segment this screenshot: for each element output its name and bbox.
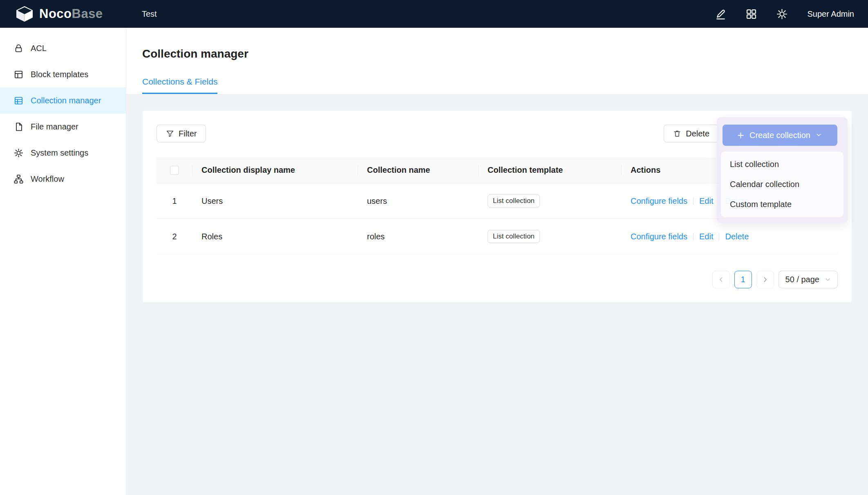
table-row: 2 Roles roles List collection Configure … — [157, 219, 838, 254]
sidebar-item-acl[interactable]: ACL — [0, 35, 126, 61]
sidebar-item-label: File manager — [31, 122, 78, 132]
workflow-icon — [14, 174, 23, 184]
create-collection-button[interactable]: Create collection — [723, 125, 837, 146]
chevron-down-icon — [815, 132, 823, 139]
blocks-grid-icon[interactable] — [746, 9, 757, 20]
trash-icon — [673, 129, 681, 138]
gear-icon — [14, 148, 23, 158]
top-menu-item-test[interactable]: Test — [126, 9, 157, 19]
delete-button[interactable]: Delete — [664, 125, 719, 143]
page-header: Collection manager Collections & Fields — [126, 28, 868, 94]
create-collection-dropdown: Create collection List collection Calend… — [717, 117, 848, 223]
column-header: Collection display name — [192, 165, 358, 175]
sidebar-item-label: Workflow — [31, 174, 64, 184]
configure-fields-link[interactable]: Configure fields — [631, 232, 687, 241]
file-icon — [14, 122, 23, 132]
content-area: Filter Delete — [126, 94, 868, 495]
main-area: Collection manager Collections & Fields … — [126, 28, 868, 495]
page-title: Collection manager — [142, 47, 868, 60]
action-divider — [693, 197, 694, 205]
sidebar-item-workflow[interactable]: Workflow — [0, 166, 126, 192]
collection-name: roles — [358, 232, 479, 241]
page-size-select[interactable]: 50 / page — [779, 271, 838, 288]
topbar-right: Super Admin — [715, 9, 868, 20]
row-index: 1 — [157, 196, 192, 206]
table-icon — [14, 96, 23, 105]
sidebar-item-label: ACL — [31, 44, 47, 53]
chevron-down-icon — [825, 276, 831, 283]
configure-fields-link[interactable]: Configure fields — [631, 196, 687, 205]
sidebar-item-system-settings[interactable]: System settings — [0, 140, 126, 166]
menu-item-custom-template[interactable]: Custom template — [721, 194, 843, 214]
settings-gear-icon[interactable] — [776, 9, 787, 20]
select-all-cell — [157, 166, 192, 175]
nocobase-logo-icon — [16, 6, 34, 22]
create-collection-label: Create collection — [749, 131, 810, 140]
filter-button[interactable]: Filter — [157, 125, 206, 143]
page-number-current[interactable]: 1 — [734, 271, 752, 288]
topbar: NocoBase Test Super Admin — [0, 0, 868, 28]
next-page-button[interactable] — [756, 271, 774, 288]
create-collection-menu: List collection Calendar collection Cust… — [721, 152, 843, 217]
page-size-value: 50 / page — [785, 275, 819, 284]
tabs: Collections & Fields — [142, 77, 868, 94]
sidebar-item-label: Collection manager — [31, 96, 101, 105]
filter-icon — [166, 129, 174, 138]
brand-name: NocoBase — [39, 7, 103, 21]
chevron-left-icon — [718, 276, 725, 283]
edit-link[interactable]: Edit — [699, 232, 713, 241]
app-shell: ACL Block templates Collection manager — [0, 28, 868, 495]
column-header: Collection name — [358, 165, 479, 175]
action-divider — [693, 233, 694, 241]
plus-icon — [737, 132, 745, 139]
collection-name: users — [358, 196, 479, 206]
layout-icon — [14, 70, 23, 79]
filter-label: Filter — [179, 129, 197, 138]
collection-template-cell: List collection — [479, 230, 622, 243]
delete-label: Delete — [686, 129, 709, 138]
brand: NocoBase — [0, 6, 126, 22]
select-all-checkbox[interactable] — [170, 166, 179, 175]
template-tag: List collection — [488, 194, 540, 207]
sidebar-item-label: Block templates — [31, 70, 88, 79]
collection-display-name: Users — [192, 196, 358, 206]
previous-page-button[interactable] — [712, 271, 730, 288]
pagination: 1 50 / page — [157, 271, 838, 288]
row-actions: Configure fieldsEditDelete — [622, 232, 838, 241]
template-tag: List collection — [488, 230, 540, 243]
collection-display-name: Roles — [192, 232, 358, 241]
lock-icon — [14, 44, 23, 53]
sidebar-item-label: System settings — [31, 148, 88, 158]
settings-sidebar: ACL Block templates Collection manager — [0, 28, 126, 495]
user-menu[interactable]: Super Admin — [807, 9, 854, 19]
collection-template-cell: List collection — [479, 194, 622, 207]
action-divider — [719, 233, 719, 241]
menu-item-list-collection[interactable]: List collection — [721, 154, 843, 174]
sidebar-item-block-templates[interactable]: Block templates — [0, 61, 126, 87]
collections-card: Filter Delete — [143, 111, 852, 302]
edit-link[interactable]: Edit — [699, 196, 713, 205]
menu-item-calendar-collection[interactable]: Calendar collection — [721, 174, 843, 194]
tab-collections-and-fields[interactable]: Collections & Fields — [142, 77, 217, 94]
designer-pen-icon[interactable] — [715, 9, 726, 20]
sidebar-item-collection-manager[interactable]: Collection manager — [0, 87, 126, 114]
row-index: 2 — [157, 232, 192, 241]
delete-link[interactable]: Delete — [725, 232, 749, 241]
sidebar-item-file-manager[interactable]: File manager — [0, 114, 126, 140]
chevron-right-icon — [762, 276, 769, 283]
column-header: Collection template — [479, 165, 622, 175]
